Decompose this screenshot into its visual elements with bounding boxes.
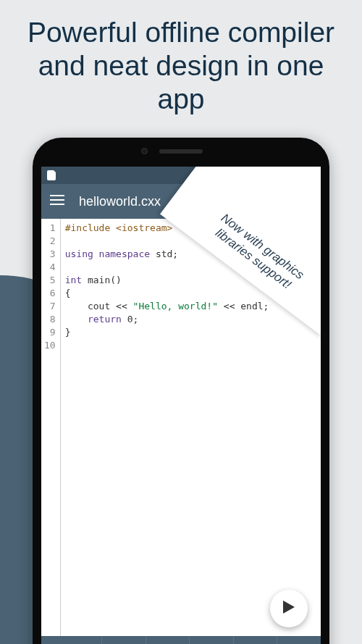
run-button[interactable] [270,590,308,627]
phone-screen: LTE 5:55 helloworld.cxx [41,167,321,644]
line-gutter: 1 2 3 4 5 6 7 8 9 10 [41,219,61,636]
colon-key[interactable]: : [190,636,234,644]
brace-close-key[interactable]: } [146,636,190,644]
play-icon [283,601,295,616]
quote-key[interactable]: " [277,636,321,644]
brace-open-key[interactable]: { [102,636,146,644]
phone-speaker [159,149,203,154]
symbol-toolbar: Tab { } : ; " [41,636,321,644]
phone-camera [141,148,148,154]
sd-card-icon [47,170,56,180]
semicolon-key[interactable]: ; [234,636,278,644]
phone-frame: LTE 5:55 helloworld.cxx [33,138,329,644]
tab-key[interactable]: Tab [41,636,102,644]
promo-headline: Powerful offline compiler and neat desig… [0,0,362,123]
menu-icon[interactable] [50,195,64,208]
